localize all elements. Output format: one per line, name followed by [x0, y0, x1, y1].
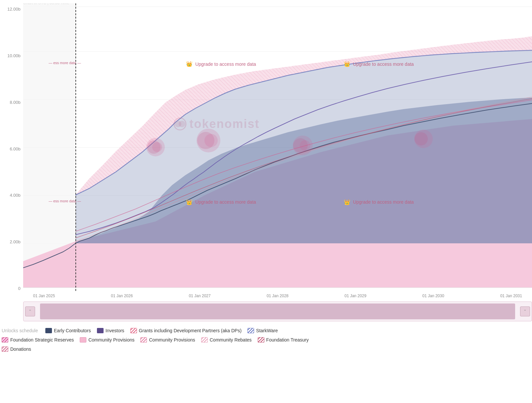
upgrade-text-2: Upgrade to access more data [353, 61, 414, 67]
legend-label-starkware: StarkWare [256, 328, 278, 333]
legend-item-foundation-treasury: Foundation Treasury [258, 337, 309, 343]
upgrade-text-1: Upgrade to access more data [195, 61, 256, 67]
upgrade-banner-3[interactable]: 👑 Upgrade to access more data [344, 61, 414, 67]
legend-swatch-starkware [247, 328, 254, 333]
y-label-1: 2.00b [2, 239, 21, 244]
y-axis: 0 2.00b 4.00b 6.00b 8.00b 10.00b 12.00b [0, 3, 23, 301]
upgrade-banner-4[interactable]: — ess more data — [49, 199, 81, 203]
legend-row-3: Donations [2, 346, 532, 352]
crown-icon-3: 👑 [186, 199, 193, 205]
scrollbar-track[interactable]: " " [23, 302, 532, 321]
legend-item-donations: Donations [2, 346, 31, 352]
x-label-5: 01 Jan 2030 [422, 294, 444, 298]
x-label-2: 01 Jan 2027 [189, 294, 211, 298]
legend-section: Unlocks schedule Early Contributors Inve… [2, 321, 532, 352]
svg-point-31 [179, 121, 185, 127]
current-month-line [75, 3, 76, 291]
svg-point-22 [204, 134, 218, 147]
watermark-text: tokenomist [189, 117, 259, 131]
x-label-6: 01 Jan 2031 [500, 294, 522, 298]
legend-swatch-early-contributors [45, 328, 52, 333]
upgrade-banner-1[interactable]: — ess more data — [49, 61, 81, 65]
legend-label-grants: Grants including Development Partners (a… [139, 328, 242, 333]
y-label-3: 6.00b [2, 146, 21, 151]
legend-label-foundation-reserves: Foundation Strategic Reserves [10, 337, 74, 343]
scrollbar-handle-right[interactable]: " [520, 306, 530, 316]
legend-item-starkware: StarkWare [247, 328, 278, 333]
legend-swatch-community-rebates [201, 337, 208, 343]
upgrade-text-3: Upgrade to access more data [195, 199, 256, 205]
x-axis: 01 Jan 2025 01 Jan 2026 01 Jan 2027 01 J… [23, 291, 532, 301]
y-label-6: 12.00b [2, 7, 21, 12]
chart-svg [23, 3, 532, 291]
legend-label-early-contributors: Early Contributors [54, 328, 91, 333]
x-label-4: 01 Jan 2029 [344, 294, 366, 298]
svg-point-27 [415, 132, 428, 145]
legend-label-donations: Donations [10, 346, 31, 352]
scrollbar-thumb[interactable] [40, 303, 515, 319]
upgrade-text-4: Upgrade to access more data [353, 199, 414, 205]
legend-swatch-foundation-treasury [258, 337, 264, 343]
legend-item-investors: Investors [97, 328, 124, 333]
crown-icon-4: 👑 [344, 199, 350, 205]
crown-icon-1: 👑 [186, 61, 193, 67]
y-label-2: 4.00b [2, 193, 21, 198]
x-label-1: 01 Jan 2026 [111, 294, 133, 298]
chart-plot: This Month Chart in UTC | 00:00 Time [23, 3, 532, 291]
legend-item-grants: Grants including Development Partners (a… [130, 328, 242, 333]
legend-swatch-community-provisions-2 [140, 337, 147, 343]
legend-label-community-provisions-1: Community Provisions [88, 337, 134, 343]
legend-item-early-contributors: Early Contributors [45, 328, 91, 333]
legend-prefix: Unlocks schedule [2, 328, 38, 333]
chart-container: 0 2.00b 4.00b 6.00b 8.00b 10.00b 12.00b … [0, 0, 532, 352]
legend-item-community-provisions-1: Community Provisions [80, 337, 134, 343]
chart-area: 0 2.00b 4.00b 6.00b 8.00b 10.00b 12.00b … [0, 3, 532, 301]
y-label-5: 10.00b [2, 53, 21, 58]
scrollbar-handle-left[interactable]: " [25, 306, 35, 316]
legend-label-community-rebates: Community Rebates [210, 337, 252, 343]
legend-swatch-donations [2, 346, 8, 352]
upgrade-banner-6[interactable]: 👑 Upgrade to access more data [344, 199, 414, 205]
legend-label-foundation-treasury: Foundation Treasury [266, 337, 309, 343]
legend-swatch-community-provisions-1 [80, 337, 86, 343]
x-label-0: 01 Jan 2025 [33, 294, 55, 298]
legend-swatch-grants [130, 328, 137, 333]
watermark: tokenomist [173, 117, 259, 131]
svg-point-19 [152, 142, 162, 152]
legend-swatch-foundation-reserves [2, 337, 8, 343]
legend-item-foundation-reserves: Foundation Strategic Reserves [2, 337, 74, 343]
upgrade-banner-5[interactable]: 👑 Upgrade to access more data [186, 199, 256, 205]
svg-point-25 [300, 140, 310, 151]
legend-item-community-rebates: Community Rebates [201, 337, 252, 343]
x-label-3: 01 Jan 2028 [267, 294, 288, 298]
y-label-0: 0 [2, 286, 21, 291]
legend-row-2: Foundation Strategic Reserves Community … [2, 337, 532, 343]
y-label-4: 8.00b [2, 100, 21, 105]
legend-item-community-provisions-2: Community Provisions [140, 337, 195, 343]
legend-label-investors: Investors [106, 328, 124, 333]
upgrade-banner-2[interactable]: 👑 Upgrade to access more data [186, 61, 256, 67]
crown-icon-2: 👑 [344, 61, 350, 67]
legend-label-community-provisions-2: Community Provisions [149, 337, 195, 343]
legend-row-1: Unlocks schedule Early Contributors Inve… [2, 328, 532, 333]
legend-swatch-investors [97, 328, 104, 333]
scrollbar-container[interactable]: " " [0, 302, 532, 321]
